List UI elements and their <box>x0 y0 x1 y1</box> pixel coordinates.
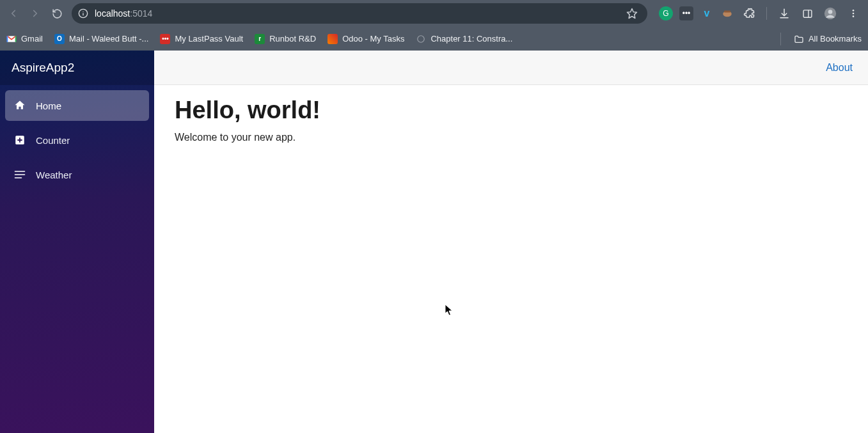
svg-rect-5 <box>724 11 731 13</box>
about-link[interactable]: About <box>826 62 853 74</box>
page-heading: Hello, world! <box>175 97 848 124</box>
sidebar-item-label: Counter <box>36 135 70 146</box>
forward-button[interactable] <box>26 4 45 23</box>
sidebar: AspireApp2 Home Counter Weather <box>0 51 154 433</box>
svg-rect-6 <box>803 10 812 17</box>
home-icon <box>13 98 27 113</box>
downloads-icon[interactable] <box>776 5 793 22</box>
folder-icon <box>794 34 804 44</box>
extension-icon-4[interactable] <box>720 6 734 20</box>
list-icon <box>13 168 27 182</box>
address-bar[interactable]: localhost:5014 <box>72 3 647 24</box>
bookmark-runbot[interactable]: r Runbot R&D <box>255 34 316 44</box>
bookmarks-bar: Gmail O Mail - Waleed Butt -... ••• My L… <box>0 27 868 51</box>
sidebar-item-home[interactable]: Home <box>5 90 149 121</box>
profile-avatar-icon[interactable] <box>822 5 839 22</box>
brand-label: AspireApp2 <box>12 61 74 75</box>
generic-bookmark-icon <box>416 34 426 44</box>
svg-point-9 <box>828 10 833 14</box>
svg-point-10 <box>853 10 855 12</box>
sidebar-nav: Home Counter Weather <box>0 85 154 195</box>
lastpass-extension-icon[interactable]: ••• <box>679 6 693 20</box>
odoo-icon <box>327 34 338 44</box>
main-content-area: About Hello, world! Welcome to your new … <box>154 51 868 433</box>
toolbar-divider <box>766 7 767 20</box>
bookmark-label: Runbot R&D <box>269 34 316 43</box>
sidebar-item-weather[interactable]: Weather <box>5 159 149 190</box>
page-content: Hello, world! Welcome to your new app. <box>154 85 868 155</box>
extensions-puzzle-icon[interactable] <box>741 5 757 22</box>
svg-point-12 <box>853 15 855 17</box>
gmail-icon <box>6 34 17 44</box>
bookmark-star-icon[interactable] <box>623 4 641 22</box>
side-panel-icon[interactable] <box>799 5 816 22</box>
url-text: localhost:5014 <box>95 8 152 19</box>
outlook-icon: O <box>54 34 65 44</box>
bookmark-outlook[interactable]: O Mail - Waleed Butt -... <box>54 34 149 44</box>
bookmark-label: Gmail <box>21 34 43 43</box>
sidebar-item-label: Home <box>36 100 61 111</box>
all-bookmarks-label: All Bookmarks <box>809 34 862 43</box>
bookmark-odoo[interactable]: Odoo - My Tasks <box>327 34 404 44</box>
browser-toolbar: localhost:5014 G ••• v <box>0 0 868 27</box>
page-subtext: Welcome to your new app. <box>175 132 848 143</box>
bookmarks-divider <box>780 33 781 45</box>
top-row: About <box>154 51 868 85</box>
bookmark-gmail[interactable]: Gmail <box>6 34 43 44</box>
svg-point-13 <box>418 35 425 42</box>
url-port: :5014 <box>130 8 152 19</box>
app-brand[interactable]: AspireApp2 <box>0 51 154 85</box>
vimeo-extension-icon[interactable]: v <box>700 6 714 20</box>
app-shell: AspireApp2 Home Counter Weather <box>0 51 868 433</box>
bookmark-label: Chapter 11: Constra... <box>430 34 512 43</box>
svg-marker-3 <box>627 9 637 19</box>
sidebar-item-label: Weather <box>36 169 72 180</box>
plus-square-icon <box>13 133 27 147</box>
bookmark-label: Odoo - My Tasks <box>342 34 404 43</box>
lastpass-icon: ••• <box>160 34 170 44</box>
bookmark-label: Mail - Waleed Butt -... <box>69 34 149 43</box>
all-bookmarks-button[interactable]: All Bookmarks <box>794 34 862 44</box>
reload-button[interactable] <box>47 4 67 23</box>
grammarly-extension-icon[interactable]: G <box>659 6 673 20</box>
site-info-icon[interactable] <box>78 8 88 19</box>
bookmark-chapter11[interactable]: Chapter 11: Constra... <box>416 34 512 44</box>
sidebar-item-counter[interactable]: Counter <box>5 125 149 155</box>
about-label: About <box>826 62 853 73</box>
back-button[interactable] <box>4 4 23 23</box>
extensions-area: G ••• v <box>652 5 864 22</box>
browser-chrome: localhost:5014 G ••• v <box>0 0 868 51</box>
bookmark-lastpass[interactable]: ••• My LastPass Vault <box>160 34 243 44</box>
kebab-menu-icon[interactable] <box>845 5 862 22</box>
bookmark-label: My LastPass Vault <box>175 34 243 43</box>
svg-point-11 <box>853 13 855 15</box>
runbot-icon: r <box>255 34 265 44</box>
url-host: localhost <box>95 8 130 19</box>
